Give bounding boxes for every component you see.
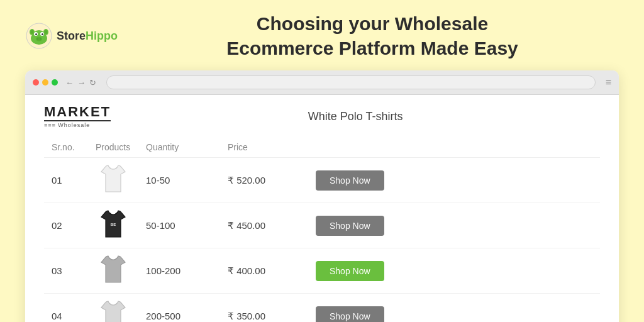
dot-yellow[interactable] [42,79,48,86]
col-quantity: Quantity [138,137,220,158]
site-header: MARKET ≡≡≡ Wholesale White Polo T-shirts [44,95,600,135]
svg-point-11 [36,37,42,42]
page-header: StoreHippo Choosing your Wholesale Ecomm… [0,0,644,67]
col-products: Products [88,137,138,158]
col-srno: Sr.no. [44,137,88,158]
svg-point-5 [31,30,34,34]
cell-quantity: 200-500 [138,294,220,323]
cell-action: Shop Now [308,158,600,203]
dot-red[interactable] [33,79,39,86]
browser-menu-icon[interactable]: ≡ [606,77,611,88]
table-body: 01 10-50 ₹ 520.00 Shop Now 02 BE 50-100 … [44,158,600,323]
svg-point-9 [35,33,37,35]
cell-product-img [88,158,138,203]
cell-quantity: 100-200 [138,248,220,294]
cell-action: Shop Now [308,203,600,248]
cell-price: ₹ 450.00 [220,203,308,248]
cell-product-img [88,294,138,323]
nav-reload[interactable]: ↻ [89,78,96,87]
table-row: 04 200-500 ₹ 350.00 Shop Now [44,294,600,323]
shop-now-button-1[interactable]: Shop Now [316,170,384,191]
browser-window: ← → ↻ ≡ MARKET ≡≡≡ Wholesale White Polo … [25,70,619,322]
nav-forward[interactable]: → [77,78,86,87]
cell-sr: 03 [44,248,88,294]
svg-point-10 [42,33,43,35]
wholesale-text: ≡≡≡ Wholesale [44,120,111,128]
svg-point-6 [45,30,48,34]
market-logo: MARKET ≡≡≡ Wholesale [44,105,111,128]
cell-product-img [88,248,138,294]
cell-price: ₹ 400.00 [220,248,308,294]
table-row: 02 BE 50-100 ₹ 450.00 Shop Now [44,203,600,248]
browser-content: MARKET ≡≡≡ Wholesale White Polo T-shirts… [25,95,619,322]
product-heading: White Polo T-shirts [111,110,600,123]
page-title-area: Choosing your Wholesale Ecommerce Platfo… [126,11,619,60]
cell-quantity: 50-100 [138,203,220,248]
cell-action: Shop Now [308,294,600,323]
cell-sr: 01 [44,158,88,203]
cell-action: Shop Now [308,248,600,294]
cell-sr: 02 [44,203,88,248]
cell-product-img: BE [88,203,138,248]
logo-text: StoreHippo [57,30,118,43]
table-row: 03 100-200 ₹ 400.00 Shop Now [44,248,600,294]
shop-now-button-2[interactable]: Shop Now [316,216,384,236]
browser-dots [33,79,58,86]
cell-price: ₹ 350.00 [220,294,308,323]
cell-sr: 04 [44,294,88,323]
svg-point-13 [40,38,41,40]
address-bar[interactable] [106,75,596,89]
logo-area: StoreHippo [25,22,126,50]
browser-toolbar: ← → ↻ ≡ [25,70,619,95]
shop-now-button-3[interactable]: Shop Now [316,261,384,281]
shop-now-button-4[interactable]: Shop Now [316,306,384,323]
table-header: Sr.no. Products Quantity Price [44,137,600,158]
dot-green-browser[interactable] [52,79,58,86]
market-logo-text: MARKET [44,105,111,119]
svg-text:BE: BE [111,223,116,226]
cell-price: ₹ 520.00 [220,158,308,203]
page-title: Choosing your Wholesale Ecommerce Platfo… [126,11,619,60]
col-action [308,137,600,158]
nav-back[interactable]: ← [65,78,74,87]
col-price: Price [220,137,308,158]
table-row: 01 10-50 ₹ 520.00 Shop Now [44,158,600,203]
cell-quantity: 10-50 [138,158,220,203]
product-table: Sr.no. Products Quantity Price 01 10-50 … [44,137,600,322]
browser-nav: ← → ↻ [65,78,96,87]
svg-point-12 [37,38,38,40]
storehippo-logo-icon [25,22,53,50]
